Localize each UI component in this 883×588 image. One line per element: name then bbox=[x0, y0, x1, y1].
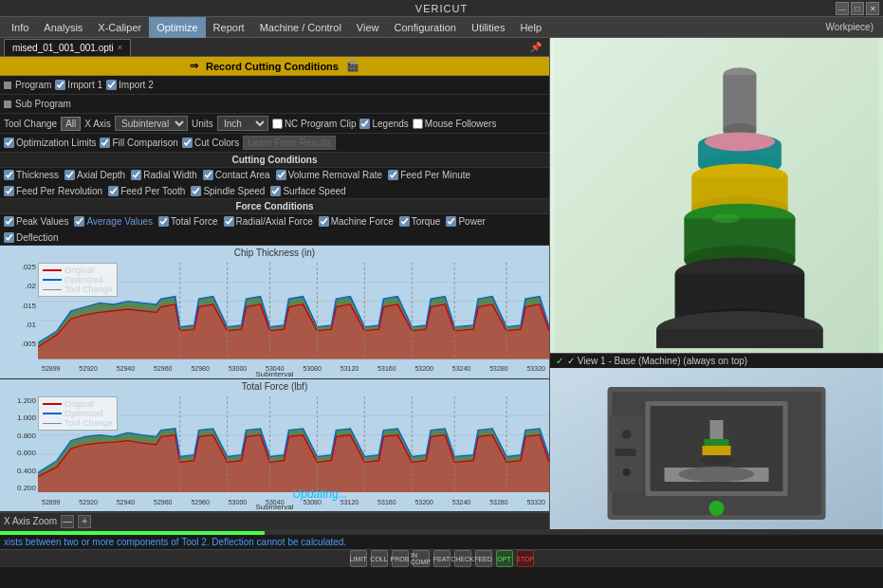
total-force-chart: Total Force (lbf) 1.200 1.000 0.800 0.60… bbox=[0, 379, 549, 513]
chart1-x-label: Subinterval bbox=[255, 370, 293, 378]
optimizer-header-text: Record Cutting Conditions bbox=[206, 61, 339, 72]
legends-check[interactable]: Legends bbox=[359, 119, 408, 129]
window-controls[interactable]: — □ ✕ bbox=[836, 2, 879, 15]
feat-button[interactable]: FEAT bbox=[433, 550, 451, 567]
force-conditions-header: Force Conditions bbox=[0, 199, 549, 214]
chart2-x-label: Subinterval bbox=[255, 503, 293, 511]
controls-row: Tool Change All X Axis Subinterval Units… bbox=[0, 114, 549, 134]
tool-change-color bbox=[43, 289, 62, 290]
zoom-minus-button[interactable]: — bbox=[61, 515, 74, 528]
opt-button[interactable]: OPT bbox=[496, 550, 513, 567]
left-panel: mised_01_001_001.opti × 📌 ⇒ Record Cutti… bbox=[0, 38, 550, 529]
cut-colors-check[interactable]: Cut Colors bbox=[182, 138, 239, 148]
program-label: Program bbox=[15, 80, 51, 90]
view-checkbox-icon[interactable]: ✓ bbox=[556, 356, 563, 366]
optimizer-header: ⇒ Record Cutting Conditions 🎬 bbox=[0, 57, 549, 76]
menu-analysis[interactable]: Analysis bbox=[36, 17, 90, 38]
coll-button[interactable]: COLL bbox=[371, 550, 388, 567]
cutting-conditions-header: Cutting Conditions bbox=[0, 153, 549, 168]
right-panel: ✓ ✓ View 1 - Base (Machine) (always on t… bbox=[550, 38, 883, 529]
3d-view bbox=[550, 38, 883, 353]
menu-utilities[interactable]: Utilities bbox=[464, 17, 512, 38]
menu-info[interactable]: Info bbox=[4, 17, 36, 38]
status-bar: xists between two or more components of … bbox=[0, 529, 883, 567]
zoom-label: X Axis Zoom bbox=[4, 516, 57, 526]
updating-text: Updating... bbox=[293, 487, 348, 501]
maximize-button[interactable]: □ bbox=[851, 2, 864, 15]
small-machine-view bbox=[550, 368, 883, 529]
subinterval-select[interactable]: Subinterval bbox=[115, 116, 188, 131]
optimizer-tab[interactable]: mised_01_001_001.opti × bbox=[4, 39, 131, 56]
stop-button[interactable]: STOP bbox=[517, 550, 534, 567]
legend-optimized: Optimized bbox=[43, 275, 113, 285]
tab-bar: mised_01_001_001.opti × 📌 bbox=[0, 38, 549, 57]
workpiece-label: Workpiece) bbox=[820, 20, 879, 34]
chart1-y-axis: .025 .02 .015 .01 .005 bbox=[0, 263, 38, 359]
zoom-plus-button[interactable]: + bbox=[78, 515, 91, 528]
cutting-conditions-row: Thickness Axial Depth Radial Width Conta… bbox=[0, 168, 549, 199]
tab-close-button[interactable]: × bbox=[118, 43, 122, 52]
menu-bar: Info Analysis X-Caliper Optimize Report … bbox=[0, 17, 883, 38]
menu-xcaliper[interactable]: X-Caliper bbox=[90, 17, 149, 38]
menu-machine-control[interactable]: Machine / Control bbox=[252, 17, 349, 38]
close-button[interactable]: ✕ bbox=[866, 2, 879, 15]
feed-button[interactable]: FEED bbox=[475, 550, 492, 567]
chart1-title: Chip Thickness (in) bbox=[0, 246, 549, 260]
small-machine-svg bbox=[550, 368, 883, 529]
subprogram-row: Sub Program bbox=[0, 95, 549, 114]
svg-point-61 bbox=[709, 501, 725, 516]
bottom-toolbar: LIMIT COLL PROB IN COMP FEAT CHECK FEED … bbox=[0, 549, 883, 567]
original-color bbox=[43, 269, 62, 271]
units-select[interactable]: Inch Metric bbox=[217, 116, 268, 131]
opt-limits-check[interactable]: Optimization Limits bbox=[4, 138, 96, 148]
chart1-legend: Original Optimized Tool Change bbox=[38, 263, 118, 297]
app-title: VERICUT bbox=[415, 3, 468, 14]
all-button[interactable]: All bbox=[61, 117, 81, 131]
tool-change2-color bbox=[43, 423, 62, 424]
chart2-legend: Original Optimized Tool Change bbox=[38, 396, 118, 431]
chart2-y-axis: 1.200 1.000 0.800 0.600 0.400 0.200 bbox=[0, 396, 38, 493]
minimize-button[interactable]: — bbox=[836, 2, 849, 15]
learn-from-results-button[interactable]: Learn From Results bbox=[243, 136, 336, 150]
chart2-title: Total Force (lbf) bbox=[0, 379, 549, 394]
menu-view[interactable]: View bbox=[349, 17, 387, 38]
optimized2-color bbox=[43, 413, 62, 414]
import1-check[interactable]: Import 1 bbox=[55, 80, 102, 90]
legend-tool-change: Tool Change bbox=[43, 285, 113, 294]
svg-rect-32 bbox=[723, 75, 756, 131]
svg-point-65 bbox=[623, 469, 631, 476]
tool-change-label: Tool Change bbox=[4, 119, 57, 129]
menu-help[interactable]: Help bbox=[512, 17, 549, 38]
machine-3d-svg bbox=[550, 38, 883, 353]
nc-program-check[interactable]: NC Program Clip bbox=[272, 119, 357, 129]
chip-thickness-chart: Chip Thickness (in) .025 .02 .015 .01 .0… bbox=[0, 246, 549, 379]
menu-report[interactable]: Report bbox=[206, 17, 252, 38]
check-button[interactable]: CHECK bbox=[454, 550, 471, 567]
legend2-tool-change: Tool Change bbox=[43, 418, 113, 428]
progress-bar bbox=[0, 531, 265, 535]
svg-rect-59 bbox=[703, 446, 731, 455]
status-text-content: xists between two or more components of … bbox=[4, 537, 346, 547]
menu-optimize[interactable]: Optimize bbox=[149, 17, 205, 38]
units-label: Units bbox=[192, 119, 213, 129]
fill-comparison-check[interactable]: Fill Comparison bbox=[100, 138, 177, 148]
svg-point-56 bbox=[679, 467, 755, 482]
pin-button[interactable]: 📌 bbox=[526, 42, 545, 52]
main-content: mised_01_001_001.opti × 📌 ⇒ Record Cutti… bbox=[0, 38, 883, 529]
svg-point-49 bbox=[712, 214, 740, 224]
sub-program-label: Sub Program bbox=[15, 99, 71, 109]
program-indicator bbox=[4, 82, 11, 89]
view-label-text: ✓ View 1 - Base (Machine) (always on top… bbox=[567, 356, 747, 366]
x-axis-label: X Axis bbox=[84, 119, 111, 129]
optimization-row: Optimization Limits Fill Comparison Cut … bbox=[0, 134, 549, 153]
mouse-followers-check[interactable]: Mouse Followers bbox=[413, 119, 497, 129]
svg-point-60 bbox=[700, 455, 734, 465]
menu-configuration[interactable]: Configuration bbox=[387, 17, 464, 38]
limit-button[interactable]: LIMIT bbox=[350, 550, 367, 567]
sub-indicator bbox=[4, 101, 11, 108]
progress-bar-container bbox=[0, 531, 883, 535]
incomp-button[interactable]: IN COMP bbox=[413, 550, 430, 567]
prob-button[interactable]: PROB bbox=[392, 550, 409, 567]
import2-check[interactable]: Import 2 bbox=[106, 80, 154, 90]
record-icon2: 🎬 bbox=[346, 60, 359, 72]
